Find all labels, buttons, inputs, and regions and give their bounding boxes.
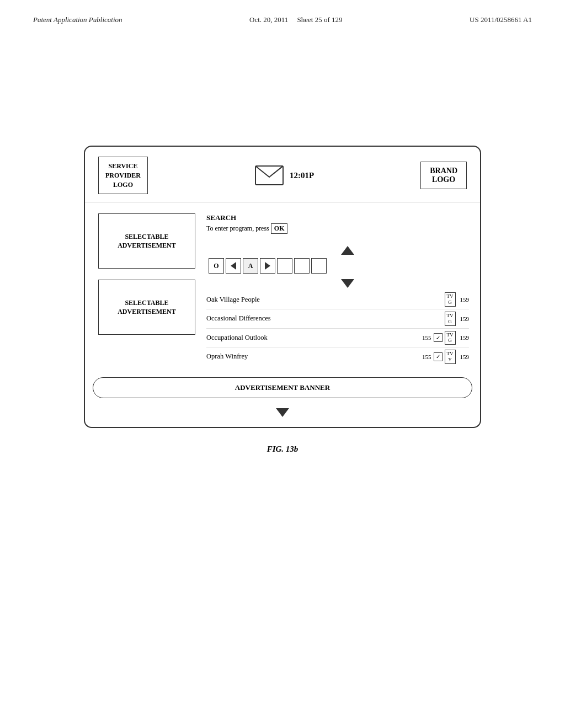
nav-right-btn[interactable] [260, 258, 275, 274]
clock-display: 12:01P [290, 171, 314, 180]
header-date: Oct. 20, 2011 [249, 15, 288, 24]
key-a[interactable]: A [243, 258, 258, 274]
num-159: 159 [460, 296, 470, 303]
nav-up-arrow [226, 244, 469, 257]
main-content: SERVICE PROVIDER LOGO 12:01P BRAND LOGO … [0, 146, 565, 454]
ad-bottom: SELECTABLE ADVERTISEMENT [98, 280, 195, 335]
program-name: Oprah Winfrey [206, 352, 422, 361]
program-name: Oak Village People [206, 296, 445, 304]
ad-top: SELECTABLE ADVERTISEMENT [98, 213, 195, 269]
search-title: SEARCH [206, 213, 469, 222]
diagram-top-bar: SERVICE PROVIDER LOGO 12:01P BRAND LOGO [85, 147, 480, 202]
nav-right-icon [265, 262, 270, 270]
service-provider-logo: SERVICE PROVIDER LOGO [98, 157, 148, 194]
nav-left-icon [231, 262, 236, 270]
ad-banner: ADVERTISEMENT BANNER [93, 377, 472, 398]
tv-badge: TVG [445, 312, 456, 326]
program-check: ✓ [434, 333, 443, 342]
program-name: Occasional Differences [206, 314, 445, 323]
key-blank3[interactable] [311, 258, 327, 274]
nav-down-arrow [226, 277, 469, 290]
diagram-box: SERVICE PROVIDER LOGO 12:01P BRAND LOGO … [84, 146, 481, 428]
brand-logo: BRAND LOGO [420, 162, 467, 189]
key-o[interactable]: O [209, 258, 224, 274]
left-ads-column: SELECTABLE ADVERTISEMENT SELECTABLE ADVE… [85, 208, 195, 366]
table-row: Oprah Winfrey 155 ✓ TVY 159 [206, 347, 469, 366]
right-content: SEARCH To enter program, press OK O [195, 208, 480, 366]
table-row: Oak Village People TVG 159 [206, 290, 469, 309]
table-row: Occasional Differences TVG 159 [206, 309, 469, 329]
diagram-middle: SELECTABLE ADVERTISEMENT SELECTABLE ADVE… [85, 202, 480, 371]
tv-badge: TVG [445, 292, 456, 307]
num-159: 159 [460, 315, 470, 322]
tv-badge: TVY [445, 350, 456, 364]
program-list: Oak Village People TVG 159 Occasional Di… [206, 290, 469, 366]
num-159: 159 [460, 354, 470, 360]
key-blank2[interactable] [294, 258, 310, 274]
program-name: Occupational Outlook [206, 334, 422, 342]
nav-left-btn[interactable] [226, 258, 241, 274]
program-channel: 155 [422, 354, 431, 360]
num-159: 159 [460, 334, 470, 341]
search-instruction: To enter program, press OK [206, 223, 469, 234]
page-header: Patent Application Publication Oct. 20, … [0, 0, 565, 24]
header-sheet: Sheet 25 of 129 [297, 15, 343, 24]
center-clock: 12:01P [254, 165, 314, 186]
key-blank1[interactable] [277, 258, 292, 274]
ok-button[interactable]: OK [271, 223, 288, 234]
header-patent: US 2011/0258661 A1 [470, 15, 532, 24]
program-check: ✓ [434, 352, 443, 361]
bottom-arrow-container [85, 406, 480, 427]
program-channel: 155 [422, 334, 431, 341]
search-section: SEARCH To enter program, press OK [206, 213, 469, 238]
table-row: Occupational Outlook 155 ✓ TVG 159 [206, 329, 469, 348]
envelope-icon [254, 165, 284, 186]
bottom-nav-arrow [276, 408, 289, 417]
figure-caption: FIG. 13b [267, 445, 299, 454]
header-date-sheet: Oct. 20, 2011 Sheet 25 of 129 [249, 15, 343, 24]
keyboard-row: O A [209, 258, 469, 274]
tv-badge: TVG [445, 331, 456, 345]
header-publication: Patent Application Publication [33, 15, 122, 24]
